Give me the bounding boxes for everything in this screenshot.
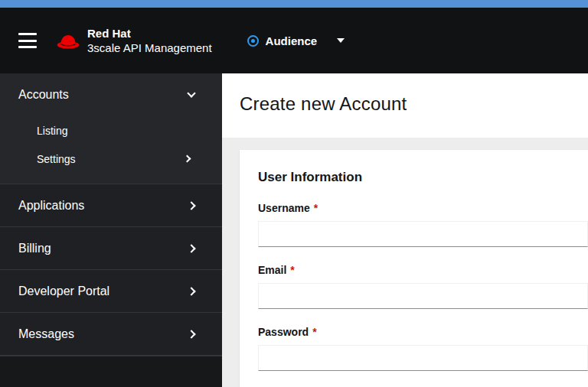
sidebar-item-accounts[interactable]: Accounts [0, 73, 222, 116]
chevron-right-icon [184, 155, 191, 163]
sidebar-subitem-settings[interactable]: Settings [0, 145, 222, 173]
sidebar-item-messages[interactable]: Messages [0, 313, 222, 356]
sidebar-subitem-listing[interactable]: Listing [0, 116, 222, 145]
username-form-group: Username* [258, 202, 588, 247]
username-label: Username* [258, 202, 588, 214]
password-label: Password* [258, 326, 588, 338]
brand-text: Red Hat 3scale API Management [87, 26, 212, 55]
required-indicator: * [290, 264, 294, 276]
context-selector[interactable]: Audience [247, 34, 345, 47]
brand-name: Red Hat [87, 26, 212, 41]
required-indicator: * [312, 326, 316, 338]
sidebar-group-accounts: Accounts Listing Settings [0, 73, 222, 184]
nav-toggle-button[interactable] [18, 33, 37, 48]
page-header: Create new Account [222, 73, 588, 138]
caret-down-icon [337, 38, 345, 43]
sidebar-item-label: Applications [18, 199, 84, 213]
hamburger-icon [18, 33, 37, 35]
email-form-group: Email* [258, 264, 588, 309]
sidebar-subitem-label: Listing [37, 125, 67, 137]
masthead: Red Hat 3scale API Management Audience [0, 8, 588, 73]
sidebar-item-label: Billing [18, 242, 51, 255]
redhat-logo-icon [55, 31, 81, 51]
sidebar-item-label: Developer Portal [18, 285, 109, 298]
username-field[interactable] [258, 221, 588, 247]
card-title: User Information [258, 170, 588, 185]
sidebar-item-label: Messages [18, 327, 74, 341]
accounts-subnav: Listing Settings [0, 116, 222, 184]
sidebar-footer [0, 356, 222, 387]
page-title: Create new Account [240, 93, 588, 115]
user-information-card: User Information Username* Email* Passw [240, 150, 588, 387]
top-accent-strip [0, 0, 588, 8]
brand[interactable]: Red Hat 3scale API Management [55, 26, 212, 55]
layout: Accounts Listing Settings Applications B… [0, 73, 588, 387]
sidebar-subitem-label: Settings [37, 153, 76, 165]
sidebar-item-label: Accounts [18, 88, 69, 102]
chevron-right-icon [187, 287, 195, 295]
chevron-right-icon [187, 330, 195, 338]
sidebar-item-applications[interactable]: Applications [0, 184, 222, 227]
password-form-group: Password* [258, 326, 588, 371]
sidebar: Accounts Listing Settings Applications B… [0, 73, 222, 387]
page-body: User Information Username* Email* Passw [222, 138, 588, 387]
required-indicator: * [314, 202, 318, 214]
chevron-right-icon [187, 244, 195, 252]
context-selector-label: Audience [266, 34, 318, 47]
main-content: Create new Account User Information User… [222, 73, 588, 387]
chevron-down-icon [187, 89, 195, 97]
password-field[interactable] [258, 345, 588, 371]
product-name: 3scale API Management [87, 41, 212, 55]
sidebar-item-developer-portal[interactable]: Developer Portal [0, 270, 222, 313]
chevron-right-icon [187, 201, 195, 210]
audience-icon [247, 35, 259, 47]
email-label: Email* [258, 264, 588, 276]
sidebar-item-billing[interactable]: Billing [0, 227, 222, 270]
email-field[interactable] [258, 283, 588, 309]
